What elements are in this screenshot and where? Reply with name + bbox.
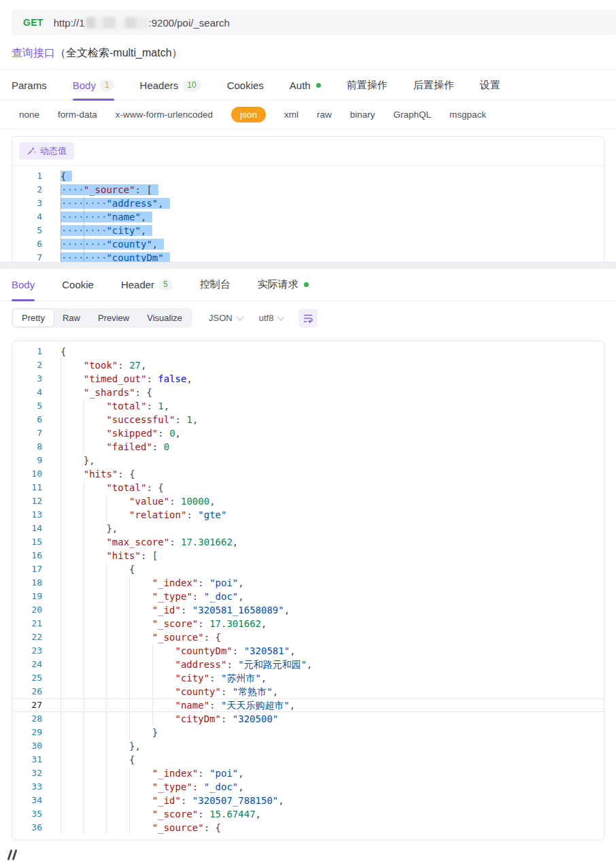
code-line: 1{ xyxy=(12,169,604,183)
tab-cookie[interactable]: Cookie xyxy=(62,269,94,301)
body-type-x-www-form-urlencoded[interactable]: x-www-form-urlencoded xyxy=(116,109,213,120)
code-line: 13 "relation": "gte" xyxy=(12,508,604,522)
mode-visualize[interactable]: Visualize xyxy=(138,309,191,326)
dynamic-value-button[interactable]: 动态值 xyxy=(19,142,74,160)
request-json-code[interactable]: 1{2····"_source": [3········"address",4·… xyxy=(12,166,604,262)
body-type-xml[interactable]: xml xyxy=(284,109,298,120)
line-number: 26 xyxy=(12,685,42,698)
code-line: 12 "value": 10000, xyxy=(12,494,604,508)
mode-pretty[interactable]: Pretty xyxy=(13,309,54,326)
line-number: 30 xyxy=(12,739,42,753)
code-line: 30 }, xyxy=(12,739,604,753)
line-number: 2 xyxy=(12,183,42,197)
panel-divider[interactable] xyxy=(0,262,616,269)
count-badge: 5 xyxy=(158,279,173,290)
request-url-bar[interactable]: GET http://1:9200/poi/_search xyxy=(12,10,616,35)
code-line: 34 "_id": "320507_788150", xyxy=(12,794,604,807)
clipped-element xyxy=(9,849,16,860)
code-line: 7 "skipped": 0, xyxy=(12,426,604,440)
request-url[interactable]: http://1:9200/poi/_search xyxy=(54,17,230,29)
body-type-binary[interactable]: binary xyxy=(350,109,375,120)
tab-body[interactable]: Body1 xyxy=(73,70,114,100)
line-number: 7 xyxy=(12,426,42,440)
tab-pre-ops[interactable]: 前置操作 xyxy=(347,70,388,100)
encoding-dropdown[interactable]: utf8 xyxy=(259,313,284,323)
code-line: 15 "max_score": 17.301662, xyxy=(12,535,604,549)
line-number: 4 xyxy=(12,210,42,224)
request-body-editor: 动态值 1{2····"_source": [3········"address… xyxy=(12,136,604,262)
line-number: 19 xyxy=(12,590,42,603)
line-number: 32 xyxy=(12,766,42,780)
url-suffix: :9200/poi/_search xyxy=(149,17,230,29)
tab-settings[interactable]: 设置 xyxy=(480,70,500,100)
request-tabs: ParamsBody1Headers10CookiesAuth前置操作后置操作设… xyxy=(0,70,616,101)
line-number: 29 xyxy=(12,726,42,739)
magic-wand-icon xyxy=(27,146,36,156)
line-number: 20 xyxy=(12,603,42,617)
line-number: 22 xyxy=(12,630,42,644)
line-number: 13 xyxy=(12,508,42,522)
mode-raw[interactable]: Raw xyxy=(54,309,89,326)
format-dropdown[interactable]: JSON xyxy=(209,313,243,323)
code-line: 25 "city": "苏州市", xyxy=(12,671,604,685)
code-line: 36 "_source": { xyxy=(12,821,604,834)
api-title: 查询接口（全文检索-multi_match） xyxy=(12,46,604,61)
api-title-suffix: （全文检索-multi_match） xyxy=(55,47,183,58)
line-number: 7 xyxy=(12,251,42,262)
body-type-json[interactable]: json xyxy=(231,107,266,122)
tab-label: Header xyxy=(121,279,154,290)
tab-label: Body xyxy=(73,80,96,91)
tab-header[interactable]: Header5 xyxy=(121,269,173,301)
word-wrap-button[interactable] xyxy=(298,309,318,328)
body-type-none[interactable]: none xyxy=(19,109,39,120)
http-method-label[interactable]: GET xyxy=(23,17,44,28)
line-number: 5 xyxy=(12,399,42,413)
code-line: 20 "_id": "320581_1658089", xyxy=(12,603,604,617)
dynamic-value-label: 动态值 xyxy=(40,145,67,157)
line-number: 33 xyxy=(12,780,42,794)
line-number: 10 xyxy=(12,467,42,481)
encoding-label: utf8 xyxy=(259,313,274,323)
body-type-form-data[interactable]: form-data xyxy=(58,109,97,120)
code-line: 6 "successful": 1, xyxy=(12,413,604,426)
code-line: 19 "_type": "_doc", xyxy=(12,590,604,603)
code-line: 3 "timed_out": false, xyxy=(12,372,604,386)
api-title-link[interactable]: 查询接口 xyxy=(12,47,55,58)
tab-post-ops[interactable]: 后置操作 xyxy=(413,70,454,100)
code-line: 5 "total": 1, xyxy=(12,399,604,413)
tab-headers[interactable]: Headers10 xyxy=(140,70,201,100)
response-tabs: BodyCookieHeader5控制台实际请求 xyxy=(0,269,616,301)
status-dot xyxy=(316,83,321,88)
tab-label: 前置操作 xyxy=(347,79,388,92)
line-number: 16 xyxy=(12,549,42,562)
url-prefix: http://1 xyxy=(54,17,85,29)
request-editor-toolbar: 动态值 xyxy=(12,137,604,166)
body-type-msgpack[interactable]: msgpack xyxy=(449,109,486,120)
line-number: 15 xyxy=(12,535,42,549)
line-number: 18 xyxy=(12,576,42,590)
response-json-code[interactable]: 1{2 "took": 27,3 "timed_out": false,4 "_… xyxy=(12,341,604,840)
body-type-raw[interactable]: raw xyxy=(317,109,332,120)
line-number: 23 xyxy=(12,644,42,658)
code-line: 8 "failed": 0 xyxy=(12,440,604,454)
line-number: 3 xyxy=(12,197,42,210)
body-type-GraphQL[interactable]: GraphQL xyxy=(393,109,431,120)
code-line: 1{ xyxy=(12,345,604,358)
line-number: 6 xyxy=(12,413,42,426)
tab-label: 后置操作 xyxy=(413,79,454,92)
tab-actual-request[interactable]: 实际请求 xyxy=(258,269,309,301)
response-mode-segment: PrettyRawPreviewVisualize xyxy=(12,308,192,328)
url-redacted-segment xyxy=(86,17,148,29)
tab-console[interactable]: 控制台 xyxy=(200,269,230,301)
code-line: 22 "_source": { xyxy=(12,630,604,644)
tab-cookies[interactable]: Cookies xyxy=(227,70,264,100)
tab-body[interactable]: Body xyxy=(12,269,35,301)
tab-label: Auth xyxy=(290,80,311,91)
line-number: 36 xyxy=(12,821,42,834)
mode-preview[interactable]: Preview xyxy=(89,309,138,326)
code-line: 24 "address": "元和路元和园", xyxy=(12,658,604,671)
count-badge: 10 xyxy=(182,80,201,91)
tab-params[interactable]: Params xyxy=(12,70,47,100)
tab-auth[interactable]: Auth xyxy=(290,70,321,100)
line-number: 35 xyxy=(12,807,42,821)
